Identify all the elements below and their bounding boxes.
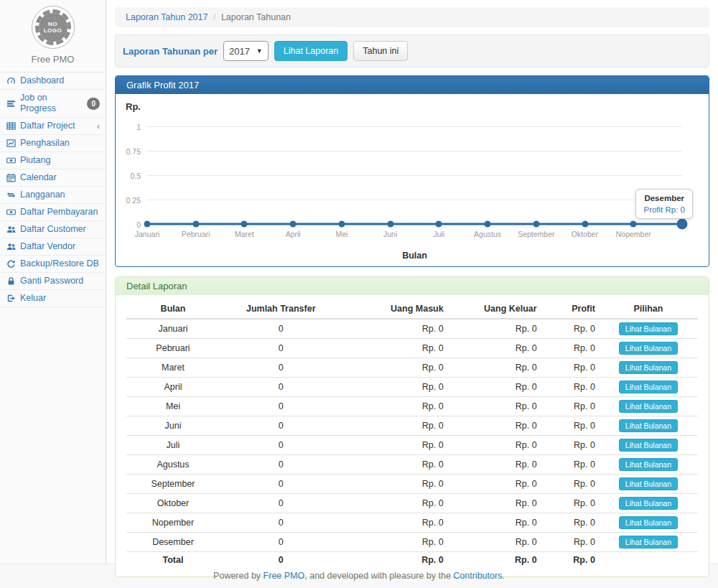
cell-pilihan: Lihat Bulanan — [599, 513, 698, 533]
cell-keluar: Rp. 0 — [447, 397, 541, 416]
sidebar-item-daftar-vendor[interactable]: Daftar Vendor — [0, 238, 106, 256]
lihat-bulanan-button[interactable]: Lihat Bulanan — [619, 497, 678, 510]
table-total-row: Total0Rp. 0Rp. 0Rp. 0 — [126, 552, 698, 569]
no-logo-seal: NO LOGO — [35, 9, 71, 45]
cell-bulan: Januari — [126, 319, 220, 339]
cell-jumlah: 0 — [220, 513, 342, 533]
data-point-pebruari[interactable] — [192, 221, 199, 228]
header-pilihan: Pilihan — [599, 299, 698, 319]
logo-area: NO LOGO Free PMO — [0, 0, 106, 73]
table-row: September0Rp. 0Rp. 0Rp. 0Lihat Bulanan — [126, 475, 698, 494]
lihat-bulanan-button[interactable]: Lihat Bulanan — [619, 516, 678, 529]
lock-icon — [6, 276, 17, 286]
data-point-juni[interactable] — [387, 221, 393, 228]
lihat-bulanan-button[interactable]: Lihat Bulanan — [619, 342, 678, 355]
cell-jumlah: 0 — [220, 397, 342, 416]
cell-masuk: Rp. 0 — [342, 319, 447, 339]
data-point-april[interactable] — [290, 221, 297, 228]
gridline: 0.75 — [147, 151, 682, 151]
gridline: 0.25 — [147, 200, 682, 200]
cell-bulan: Oktober — [126, 494, 220, 513]
cell-bulan: Pebruari — [126, 339, 220, 358]
lihat-bulanan-button[interactable]: Lihat Bulanan — [619, 381, 678, 393]
total-cell-jumlah: 0 — [220, 552, 342, 569]
data-point-agustus[interactable] — [485, 221, 491, 228]
sidebar-item-backup-restore-db[interactable]: Backup/Restore DB — [0, 256, 106, 273]
cell-pilihan: Lihat Bulanan — [599, 319, 698, 339]
footer-link-free-pmo[interactable]: Free PMO — [264, 571, 305, 581]
lihat-bulanan-button[interactable]: Lihat Bulanan — [619, 477, 678, 490]
y-tick-label: 0.25 — [126, 196, 141, 205]
cell-keluar: Rp. 0 — [447, 533, 541, 552]
table-header-row: Bulan Jumlah Transfer Uang Masuk Uang Ke… — [126, 299, 698, 319]
sidebar-menu: DashboardJob on Progress0Daftar Project‹… — [0, 73, 106, 307]
data-point-desember[interactable] — [677, 219, 688, 230]
tahun-ini-button[interactable]: Tahun ini — [353, 41, 408, 61]
sign-out-icon — [6, 294, 17, 303]
sidebar-item-langganan[interactable]: Langganan — [0, 187, 106, 204]
data-point-mei[interactable] — [338, 221, 345, 228]
header-uang-masuk: Uang Masuk — [342, 299, 447, 319]
cell-masuk: Rp. 0 — [342, 416, 447, 436]
lihat-bulanan-button[interactable]: Lihat Bulanan — [619, 322, 678, 335]
x-tick-label: Mei — [335, 230, 348, 238]
cell-pilihan: Lihat Bulanan — [599, 494, 698, 513]
sidebar-item-label: Calendar — [20, 172, 57, 183]
cell-bulan: Agustus — [126, 455, 220, 475]
cell-jumlah: 0 — [220, 339, 342, 358]
brand-name: Free PMO — [0, 54, 106, 65]
data-point-maret[interactable] — [241, 221, 248, 228]
sidebar-item-label: Backup/Restore DB — [20, 258, 99, 269]
cell-masuk: Rp. 0 — [342, 358, 447, 378]
cell-masuk: Rp. 0 — [342, 436, 447, 455]
lihat-bulanan-button[interactable]: Lihat Bulanan — [619, 361, 678, 374]
cell-masuk: Rp. 0 — [342, 378, 447, 397]
cell-jumlah: 0 — [220, 436, 342, 455]
lihat-bulanan-button[interactable]: Lihat Bulanan — [619, 458, 678, 471]
sidebar-item-dashboard[interactable]: Dashboard — [0, 73, 106, 90]
lihat-laporan-button[interactable]: Lihat Laporan — [274, 41, 348, 61]
line-chart-icon — [6, 139, 17, 148]
lihat-bulanan-button[interactable]: Lihat Bulanan — [619, 536, 678, 549]
sidebar-item-piutang[interactable]: Piutang — [0, 152, 106, 169]
chart-x-axis-label: Bulan — [147, 251, 682, 261]
data-point-september[interactable] — [533, 221, 539, 228]
cell-jumlah: 0 — [220, 416, 342, 436]
cell-profit: Rp. 0 — [541, 436, 599, 455]
total-cell-keluar: Rp. 0 — [447, 552, 541, 569]
data-point-nopember[interactable] — [630, 221, 637, 228]
chart-panel: Grafik Profit 2017 Rp. 10.750.50.250Janu… — [115, 75, 709, 267]
header-uang-keluar: Uang Keluar — [447, 299, 541, 319]
table-row: Nopember0Rp. 0Rp. 0Rp. 0Lihat Bulanan — [126, 513, 698, 533]
sidebar-item-calendar[interactable]: Calendar — [0, 169, 106, 187]
sidebar-item-daftar-customer[interactable]: Daftar Customer — [0, 221, 106, 238]
y-tick-label: 1 — [136, 123, 141, 131]
cell-bulan: September — [126, 475, 220, 494]
data-point-januari[interactable] — [144, 221, 151, 228]
data-point-juli[interactable] — [436, 221, 442, 228]
chevron-left-icon: ‹ — [97, 121, 100, 131]
year-select[interactable]: 2017 ▼ — [223, 41, 269, 61]
sidebar-item-daftar-project[interactable]: Daftar Project‹ — [0, 118, 106, 135]
detail-table: Bulan Jumlah Transfer Uang Masuk Uang Ke… — [126, 299, 698, 568]
lihat-bulanan-button[interactable]: Lihat Bulanan — [619, 419, 678, 432]
sidebar-item-keluar[interactable]: Keluar — [0, 290, 106, 307]
sidebar-item-penghasilan[interactable]: Penghasilan — [0, 135, 106, 152]
lihat-bulanan-button[interactable]: Lihat Bulanan — [619, 400, 678, 413]
money-icon — [6, 156, 17, 165]
filter-label: Laporan Tahunan per — [123, 46, 218, 57]
caret-down-icon: ▼ — [256, 47, 263, 55]
sidebar-item-ganti-password[interactable]: Ganti Password — [0, 273, 106, 290]
breadcrumb-link[interactable]: Laporan Tahun 2017 — [126, 12, 208, 22]
cell-profit: Rp. 0 — [541, 358, 599, 378]
table-row: Juli0Rp. 0Rp. 0Rp. 0Lihat Bulanan — [126, 436, 698, 455]
cell-masuk: Rp. 0 — [342, 494, 447, 513]
sidebar-item-daftar-pembayaran[interactable]: Daftar Pembayaran — [0, 204, 106, 221]
lihat-bulanan-button[interactable]: Lihat Bulanan — [619, 439, 678, 452]
table-row: Juni0Rp. 0Rp. 0Rp. 0Lihat Bulanan — [126, 416, 698, 436]
sidebar-item-job-on-progress[interactable]: Job on Progress0 — [0, 90, 106, 118]
cell-keluar: Rp. 0 — [447, 494, 541, 513]
footer-link-contributors[interactable]: Contributors. — [453, 571, 505, 581]
tasks-icon — [6, 99, 17, 108]
data-point-oktober[interactable] — [582, 221, 588, 228]
